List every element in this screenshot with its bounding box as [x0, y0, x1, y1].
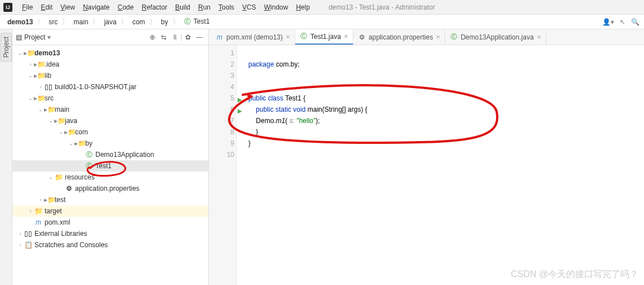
tree-item-pom-xml[interactable]: mpom.xml — [12, 217, 208, 228]
toolbar-right: 👤▾ ↖ 🔍 — [602, 18, 639, 26]
menu-vcs[interactable]: VCS — [238, 2, 260, 13]
project-panel-header: ▤ Project ▾ ⊕ ⇆ ⥮ | ✿ — — [12, 29, 208, 45]
menu-navigate[interactable]: Navigate — [79, 2, 113, 13]
breadcrumb-bar: demo13〉src〉main〉java〉com〉by〉Ⓒ Test1 👤▾ ↖… — [0, 15, 644, 29]
left-gutter: Project — [0, 29, 12, 285]
gear-icon[interactable]: ✿ — [182, 33, 194, 41]
tree-item-test[interactable]: ›▸📁test — [12, 194, 208, 205]
project-tree[interactable]: ⌄▸📁demo13›▸📁.idea⌄▸📁lib›▯▯build01-1.0-SN… — [12, 45, 208, 285]
tree-item--idea[interactable]: ›▸📁.idea — [12, 59, 208, 70]
breadcrumb[interactable]: demo13〉src〉main〉java〉com〉by〉Ⓒ Test1 — [5, 16, 213, 27]
tree-item-target[interactable]: ›📁target — [12, 205, 208, 217]
menu-refactor[interactable]: Refactor — [138, 2, 171, 13]
tab-demo13application-java[interactable]: ⒸDemo13Application.java✕ — [445, 29, 546, 45]
collapse-icon[interactable]: ⥮ — [169, 33, 181, 41]
menu-run[interactable]: Run — [194, 2, 214, 13]
line-gutter[interactable]: 12345▶6▶78910 — [209, 45, 237, 285]
tree-item-scratches-and-consoles[interactable]: ›📋Scratches and Consoles — [12, 239, 208, 251]
menu-help[interactable]: Help — [292, 2, 314, 13]
user-icon[interactable]: 👤▾ — [602, 18, 614, 26]
crumb-demo13[interactable]: demo13 — [5, 17, 36, 27]
tree-item-external-libraries[interactable]: ›▯▯External Libraries — [12, 228, 208, 239]
code-area: 12345▶6▶78910 package com.by;public clas… — [209, 45, 644, 285]
close-icon[interactable]: ✕ — [344, 33, 348, 40]
window-title: demo13 - Test1.java - Administrator — [328, 3, 435, 11]
project-panel-label[interactable]: ▤ Project ▾ — [16, 33, 51, 41]
tree-item-com[interactable]: ⌄▸📁com — [12, 126, 208, 138]
tree-item-resources[interactable]: ⌄📁resources — [12, 172, 208, 183]
editor-tabs: mpom.xml (demo13)✕ⒸTest1.java✕⚙applicati… — [209, 29, 644, 45]
editor-area: mpom.xml (demo13)✕ⒸTest1.java✕⚙applicati… — [209, 29, 644, 285]
app-logo: IJ — [3, 3, 12, 12]
tree-item-src[interactable]: ⌄▸📁src — [12, 93, 208, 104]
menu-bar: IJ FileEditViewNavigateCodeRefactorBuild… — [0, 0, 644, 15]
menu-code[interactable]: Code — [113, 2, 138, 13]
close-icon[interactable]: ✕ — [286, 34, 290, 40]
crumb-src[interactable]: src — [46, 17, 60, 27]
project-icon: ▤ — [16, 33, 22, 41]
tab-application-properties[interactable]: ⚙application.properties✕ — [353, 29, 445, 45]
expand-icon[interactable]: ⇆ — [158, 33, 169, 41]
chevron-down-icon: ▾ — [47, 33, 51, 41]
tab-test1-java[interactable]: ⒸTest1.java✕ — [295, 29, 353, 45]
close-icon[interactable]: ✕ — [537, 34, 541, 40]
tree-item-build01-1-0-snapshot-jar[interactable]: ›▯▯build01-1.0-SNAPSHOT.jar — [12, 81, 208, 93]
tree-item-java[interactable]: ⌄▸📁java — [12, 115, 208, 126]
watermark: CSDN @今天的接口写完了吗？ — [511, 269, 638, 280]
tree-item-lib[interactable]: ⌄▸📁lib — [12, 70, 208, 81]
tree-item-main[interactable]: ⌄▸📁main — [12, 104, 208, 115]
tree-item-test1[interactable]: ⒸTest1 — [12, 160, 208, 172]
tab-pom-xml--demo13-[interactable]: mpom.xml (demo13)✕ — [211, 29, 295, 45]
menu-view[interactable]: View — [56, 2, 79, 13]
tree-item-application-properties[interactable]: ⚙application.properties — [12, 183, 208, 194]
project-panel: ▤ Project ▾ ⊕ ⇆ ⥮ | ✿ — ⌄▸📁demo13›▸📁.ide… — [12, 29, 209, 285]
crumb-java[interactable]: java — [101, 17, 119, 27]
code-editor[interactable]: package com.by;public class Test1 { publ… — [237, 45, 644, 285]
crumb-main[interactable]: main — [71, 17, 91, 27]
crumb-com[interactable]: com — [129, 17, 148, 27]
locate-icon[interactable]: ⊕ — [147, 33, 158, 41]
crumb-Test1[interactable]: Ⓒ Test1 — [181, 16, 213, 27]
menu-window[interactable]: Window — [260, 2, 292, 13]
close-icon[interactable]: ✕ — [436, 34, 440, 40]
tree-item-demo13application[interactable]: ⒸDemo13Application — [12, 149, 208, 160]
tree-item-demo13[interactable]: ⌄▸📁demo13 — [12, 47, 208, 59]
menu-build[interactable]: Build — [171, 2, 194, 13]
tree-item-by[interactable]: ⌄▸📁by — [12, 138, 208, 149]
back-icon[interactable]: ↖ — [620, 18, 625, 26]
hide-icon[interactable]: — — [194, 33, 205, 41]
search-icon[interactable]: 🔍 — [631, 18, 639, 26]
menu-tools[interactable]: Tools — [214, 2, 238, 13]
menu-file[interactable]: File — [18, 2, 37, 13]
crumb-by[interactable]: by — [158, 17, 171, 27]
menu-edit[interactable]: Edit — [37, 2, 56, 13]
project-tool-tab[interactable]: Project — [1, 33, 12, 62]
